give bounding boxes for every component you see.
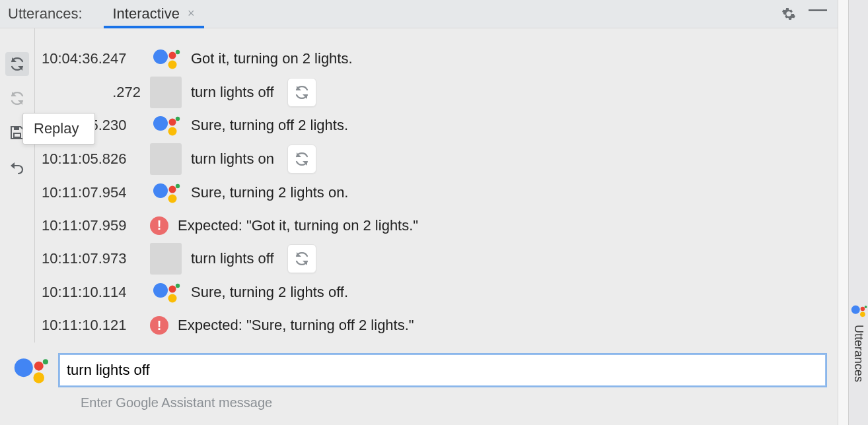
timestamp: 10:11:07.959 (42, 217, 141, 234)
tab-bar: Utterances: Interactive × — (0, 0, 838, 28)
replay-button[interactable] (287, 244, 316, 273)
log-row: 10:11:10.114Sure, turning 2 lights off. (42, 280, 827, 304)
timestamp: 10:11:07.973 (42, 250, 141, 267)
timestamp: 10:04:36.247 (42, 50, 141, 67)
assistant-logo-icon (150, 277, 182, 308)
history-button[interactable] (5, 86, 29, 110)
log-row: 10:11:07.973turn lights off (42, 247, 827, 271)
log-row: 10:11:07.954Sure, turning 2 lights on. (42, 180, 827, 205)
panel-title: Utterances: (8, 5, 83, 22)
input-hint: Enter Google Assistant message (81, 395, 826, 410)
replay-tooltip: Replay (22, 113, 95, 145)
replay-button[interactable] (287, 145, 316, 174)
timestamp: 10:11:05.826 (42, 150, 141, 168)
timestamp: .272 (42, 84, 141, 101)
log-row: 10:04:36.247Got it, turning on 2 lights. (42, 47, 827, 71)
log-row: 10:11:05.826turn lights on (42, 147, 827, 172)
utterance-log: 10:04:36.247Got it, turning on 2 lights.… (34, 28, 838, 343)
sync-icon (9, 90, 25, 106)
side-tab-label: Utterances (851, 325, 865, 382)
undo-icon (9, 159, 25, 175)
tab-interactive[interactable]: Interactive × (104, 0, 204, 28)
user-message: turn lights off (191, 250, 274, 267)
timestamp: 10:11:07.954 (42, 184, 141, 201)
compose-area: Enter Google Assistant message (0, 343, 838, 425)
settings-button[interactable] (777, 2, 801, 26)
action-gutter: Replay (0, 28, 34, 343)
assistant-logo-icon (150, 43, 182, 75)
user-message: turn lights on (191, 150, 274, 168)
assistant-message: Sure, turning off 2 lights. (191, 117, 348, 134)
assistant-logo-icon (150, 177, 182, 209)
user-avatar (150, 143, 182, 175)
error-message: Expected: "Got it, turning on 2 lights." (178, 217, 418, 234)
assistant-message: Sure, turning 2 lights off. (191, 284, 348, 301)
log-row: 10:11:07.959!Expected: "Got it, turning … (42, 214, 827, 238)
error-icon: ! (150, 216, 168, 235)
side-tab-utterances[interactable]: Utterances (848, 0, 868, 425)
error-icon: ! (150, 316, 168, 335)
tab-label: Interactive (113, 5, 180, 22)
gear-icon (781, 7, 796, 21)
assistant-message: Sure, turning 2 lights on. (191, 184, 348, 201)
assistant-logo-icon (150, 110, 182, 141)
vertical-scrollbar[interactable] (838, 0, 848, 425)
assistant-logo-icon (12, 352, 49, 389)
assistant-logo-icon (850, 304, 867, 318)
close-icon[interactable]: × (188, 7, 195, 20)
assistant-message: Got it, turning on 2 lights. (191, 50, 353, 67)
timestamp: 10:11:10.114 (42, 284, 141, 301)
replay-button[interactable] (287, 78, 316, 107)
replay-all-button[interactable] (5, 52, 29, 76)
log-row: 10:06:55.230Sure, turning off 2 lights. (42, 114, 827, 138)
timestamp: 10:11:10.121 (42, 317, 141, 334)
user-message: turn lights off (191, 84, 274, 101)
log-row: .272turn lights off (42, 81, 827, 105)
minimize-button[interactable]: — (806, 2, 830, 26)
sync-icon (9, 56, 25, 72)
log-row: 10:11:10.121!Expected: "Sure, turning of… (42, 313, 827, 337)
user-avatar (150, 243, 182, 275)
message-input[interactable] (59, 354, 826, 386)
undo-button[interactable] (5, 155, 29, 179)
error-message: Expected: "Sure, turning off 2 lights." (178, 317, 414, 334)
user-avatar (150, 77, 182, 108)
